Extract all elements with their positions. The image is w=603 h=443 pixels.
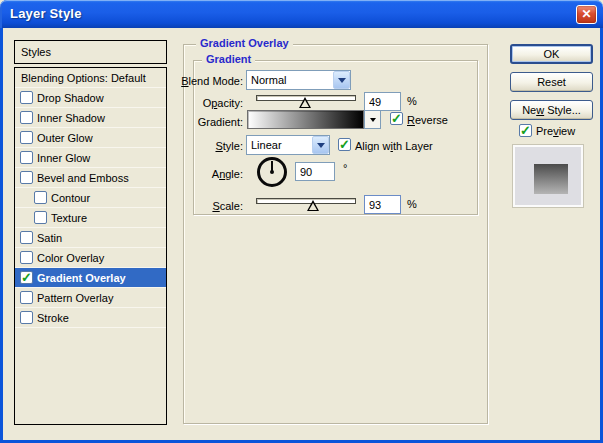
align-with-layer-checkbox[interactable] xyxy=(338,138,351,151)
sidebar-item-color-overlay[interactable]: Color Overlay xyxy=(15,248,166,268)
chevron-down-icon xyxy=(370,118,376,122)
checkbox-checked-icon[interactable] xyxy=(20,271,33,284)
angle-input[interactable] xyxy=(295,162,335,181)
checkbox-icon[interactable] xyxy=(20,131,33,144)
layer-style-dialog: Layer Style ✕ Styles Blending Options: D… xyxy=(0,0,603,443)
title-bar[interactable]: Layer Style ✕ xyxy=(0,0,603,28)
new-style-button[interactable]: New Style... xyxy=(510,100,593,120)
slider-track[interactable] xyxy=(256,198,356,204)
scale-label: Scale: xyxy=(143,200,243,212)
scale-unit: % xyxy=(407,198,417,210)
styles-header: Styles xyxy=(14,40,167,64)
preview-checkbox[interactable] xyxy=(519,124,532,137)
checkbox-icon[interactable] xyxy=(20,251,33,264)
checkbox-icon[interactable] xyxy=(20,151,33,164)
ok-button[interactable]: OK xyxy=(510,44,593,64)
sidebar-item-satin[interactable]: Satin xyxy=(15,228,166,248)
style-select[interactable]: Linear xyxy=(246,135,330,155)
opacity-slider[interactable] xyxy=(256,94,356,108)
checkbox-icon[interactable] xyxy=(34,211,47,224)
opacity-label: Opacity: xyxy=(143,97,243,109)
styles-header-label: Styles xyxy=(21,46,51,58)
angle-dial[interactable] xyxy=(257,157,287,187)
slider-thumb[interactable] xyxy=(307,200,319,211)
checkbox-icon[interactable] xyxy=(20,311,33,324)
sidebar-item-gradient-overlay[interactable]: Gradient Overlay xyxy=(15,268,166,288)
checkbox-icon[interactable] xyxy=(20,171,33,184)
sidebar-item-stroke[interactable]: Stroke xyxy=(15,308,166,328)
checkbox-icon[interactable] xyxy=(20,91,33,104)
opacity-unit: % xyxy=(407,95,417,107)
preview-gradient-swatch xyxy=(534,164,568,194)
close-button[interactable]: ✕ xyxy=(576,5,597,24)
checkbox-icon[interactable] xyxy=(20,291,33,304)
close-icon: ✕ xyxy=(581,7,591,21)
gradient-overlay-group-label: Gradient Overlay xyxy=(196,37,293,49)
style-value: Linear xyxy=(247,139,312,151)
angle-label: Angle: xyxy=(143,168,243,180)
angle-dial-center xyxy=(270,170,274,174)
scale-slider[interactable] xyxy=(256,197,356,211)
align-with-layer-label: Align with Layer xyxy=(355,140,433,152)
opacity-input[interactable] xyxy=(364,92,401,111)
sidebar-item-pattern-overlay[interactable]: Pattern Overlay xyxy=(15,288,166,308)
window-title: Layer Style xyxy=(10,6,82,21)
chevron-down-icon xyxy=(317,143,325,148)
checkbox-icon[interactable] xyxy=(20,111,33,124)
checkbox-icon[interactable] xyxy=(20,231,33,244)
reset-button[interactable]: Reset xyxy=(510,72,593,92)
dropdown-button[interactable] xyxy=(333,71,350,89)
blend-mode-label: Blend Mode: xyxy=(143,75,243,87)
chevron-down-icon xyxy=(338,78,346,83)
gradient-group-label: Gradient xyxy=(202,53,255,65)
gradient-picker-button[interactable] xyxy=(364,110,381,129)
angle-unit: ° xyxy=(343,162,347,174)
scale-input[interactable] xyxy=(364,195,401,214)
gradient-swatch[interactable] xyxy=(247,110,364,129)
blend-mode-select[interactable]: Normal xyxy=(246,70,351,90)
reverse-checkbox[interactable] xyxy=(390,112,403,125)
reverse-label: Reverse xyxy=(407,114,448,126)
gradient-label: Gradient: xyxy=(143,116,243,128)
window-border-left xyxy=(0,28,3,443)
slider-thumb[interactable] xyxy=(299,97,311,108)
preview-thumbnail xyxy=(513,145,583,207)
style-label: Style: xyxy=(143,140,243,152)
blend-mode-value: Normal xyxy=(247,74,333,86)
dropdown-button[interactable] xyxy=(312,136,329,154)
checkbox-icon[interactable] xyxy=(34,191,47,204)
preview-label: Preview xyxy=(536,125,575,137)
